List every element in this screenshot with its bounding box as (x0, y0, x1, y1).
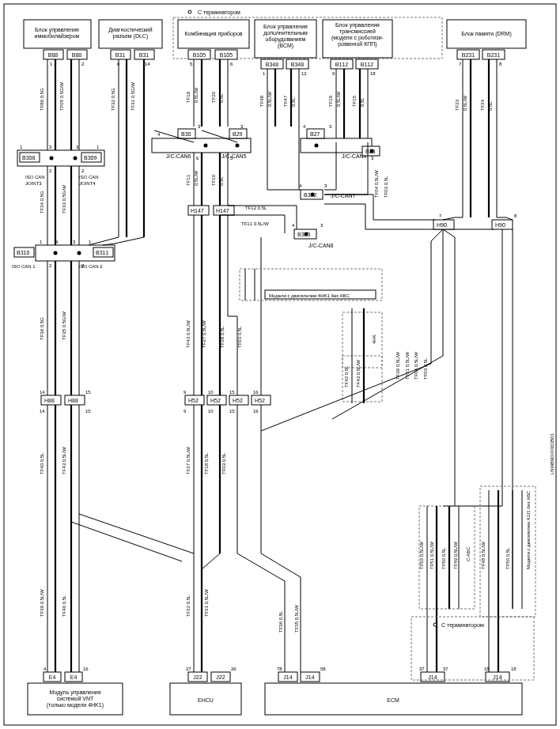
svg-text:E4: E4 (49, 674, 56, 680)
block-ehcu: EHCU (170, 683, 241, 715)
svg-text:TF04 0,5L/W: TF04 0,5L/W (414, 352, 418, 380)
block-vnt: Модуль управлениясистемой VNT(только мод… (28, 683, 123, 715)
svg-text:TF36 0.5G: TF36 0.5G (40, 317, 44, 340)
svg-text:EHCU: EHCU (198, 697, 214, 703)
svg-text:H147: H147 (216, 208, 229, 213)
page-id: LNW89DXF003501 (550, 432, 554, 474)
block-ecm: ECM (265, 683, 522, 715)
svg-point-91 (370, 149, 374, 153)
svg-point-144 (78, 251, 81, 255)
svg-text:18: 18 (484, 667, 490, 671)
svg-text:0,5L: 0,5L (219, 176, 224, 186)
svg-text:TF48 0,5L/W: TF48 0,5L/W (481, 542, 486, 569)
svg-text:B231: B231 (487, 52, 500, 58)
svg-text:TF22 0,5L: TF22 0,5L (186, 595, 191, 617)
svg-text:15: 15 (85, 409, 91, 414)
svg-text:18: 18 (511, 667, 516, 671)
svg-text:Блок управленияиммобилайзером: Блок управленияиммобилайзером (35, 27, 80, 40)
svg-text:58: 58 (320, 667, 326, 671)
svg-text:TF21 0,5L/W: TF21 0,5L/W (204, 589, 209, 617)
svg-text:14: 14 (145, 62, 150, 66)
svg-text:12: 12 (301, 71, 307, 76)
svg-text:J/C-CAN7: J/C-CAN7 (331, 193, 356, 198)
svg-text:TF48: TF48 (259, 95, 264, 107)
svg-text:0,5L/W: 0,5L/W (463, 96, 467, 111)
svg-text:ISO CAN 1: ISO CAN 1 (12, 264, 36, 269)
svg-text:0.5L/W: 0.5L/W (194, 88, 199, 103)
svg-text:15: 15 (229, 390, 235, 395)
svg-text:TF33 0.5G/W: TF33 0.5G/W (62, 185, 66, 213)
svg-point-78 (236, 144, 240, 148)
svg-text:TF20: TF20 (211, 91, 216, 103)
svg-text:0,5L: 0,5L (488, 101, 493, 111)
svg-text:J/C-CAN8: J/C-CAN8 (308, 243, 334, 248)
svg-text:TF43 0,5L/W: TF43 0,5L/W (186, 320, 191, 348)
svg-text:B30: B30 (181, 131, 191, 137)
svg-text:26: 26 (231, 667, 236, 671)
block-instruments: Комбинация приборов (178, 20, 249, 48)
svg-text:TF52 0,5L/W: TF52 0,5L/W (419, 542, 424, 569)
svg-text:27: 27 (186, 667, 191, 671)
svg-text:TF40 0,5L: TF40 0,5L (62, 595, 66, 617)
svg-text:H88: H88 (44, 398, 55, 403)
svg-text:B348: B348 (291, 62, 304, 67)
svg-text:B31: B31 (139, 52, 149, 58)
svg-text:TF40 0,5L: TF40 0,5L (40, 452, 44, 474)
svg-text:Блок памяти (DRM): Блок памяти (DRM) (461, 31, 512, 37)
svg-text:B88: B88 (48, 52, 59, 58)
svg-text:TF39 0,5L/W: TF39 0,5L/W (40, 589, 44, 617)
svg-text:B112: B112 (361, 62, 373, 67)
svg-text:B112: B112 (335, 62, 348, 67)
svg-point-85 (315, 144, 319, 148)
svg-text:J14: J14 (428, 674, 437, 680)
svg-text:H52: H52 (210, 398, 221, 403)
svg-text:TF32 0.5G: TF32 0.5G (111, 88, 115, 111)
svg-text:0,5L: 0,5L (219, 93, 224, 103)
svg-text:4HK: 4HK (372, 334, 376, 344)
svg-text:0,5L/W: 0,5L/W (194, 171, 199, 186)
svg-text:J14: J14 (283, 674, 292, 680)
svg-text:J22: J22 (216, 674, 225, 680)
svg-text:H90: H90 (495, 222, 505, 228)
svg-text:TF19: TF19 (186, 91, 191, 103)
svg-text:B231: B231 (462, 52, 475, 58)
svg-text:B105: B105 (193, 52, 206, 58)
svg-text:TF31 0.5G/W: TF31 0.5G/W (131, 82, 135, 111)
svg-text:J/C-CAN6: J/C-CAN6 (166, 153, 191, 159)
svg-text:TF50 0,5L: TF50 0,5L (441, 547, 446, 569)
svg-text:0,5L: 0,5L (360, 97, 365, 107)
svg-text:С терминатором: С терминатором (441, 622, 484, 629)
svg-text:TF16: TF16 (328, 95, 333, 107)
svg-text:TF49 0,5L/W: TF49 0,5L/W (453, 542, 458, 569)
svg-text:16: 16 (253, 390, 259, 395)
svg-text:Комбинация приборов: Комбинация приборов (184, 31, 242, 37)
svg-text:TF18 0,5L: TF18 0,5L (204, 452, 209, 474)
svg-text:14: 14 (40, 390, 45, 395)
svg-text:Диагностическийразъем (DLC): Диагностическийразъем (DLC) (108, 27, 152, 40)
svg-text:TF35 0,5L/W: TF35 0,5L/W (294, 605, 299, 633)
svg-text:16: 16 (253, 409, 259, 414)
svg-text:B348: B348 (266, 62, 278, 67)
svg-text:TF24: TF24 (480, 99, 485, 111)
svg-text:10: 10 (208, 409, 214, 414)
svg-point-127 (74, 157, 78, 161)
svg-text:TF03 0,5L: TF03 0,5L (384, 176, 388, 198)
svg-text:TF86 0.5G: TF86 0.5G (40, 88, 44, 111)
svg-text:B29: B29 (233, 131, 243, 137)
svg-text:С-АБС: С-АБС (466, 546, 471, 561)
svg-text:Блок управлениятрансмиссией(мо: Блок управлениятрансмиссией(модели с роб… (331, 22, 384, 47)
svg-text:Модели с двигателем 4JJ1 без А: Модели с двигателем 4JJ1 без АБС (526, 490, 531, 569)
svg-text:B309: B309 (84, 155, 96, 161)
svg-text:TF23: TF23 (455, 99, 460, 111)
svg-text:37: 37 (419, 667, 425, 671)
svg-text:H52: H52 (188, 398, 199, 403)
svg-text:TF39 0,5L/W: TF39 0,5L/W (395, 352, 400, 380)
svg-text:TF42 0,5L: TF42 0,5L (344, 365, 349, 387)
svg-text:TF51 0,5L/W: TF51 0,5L/W (429, 542, 434, 569)
svg-text:H52: H52 (233, 398, 243, 403)
svg-text:TF35 0.5G/W: TF35 0.5G/W (62, 312, 66, 340)
svg-text:TF27 0,5L/W: TF27 0,5L/W (202, 320, 206, 348)
svg-text:16: 16 (83, 667, 89, 671)
svg-text:TF11: TF11 (186, 174, 191, 186)
svg-text:TF47: TF47 (283, 95, 288, 107)
